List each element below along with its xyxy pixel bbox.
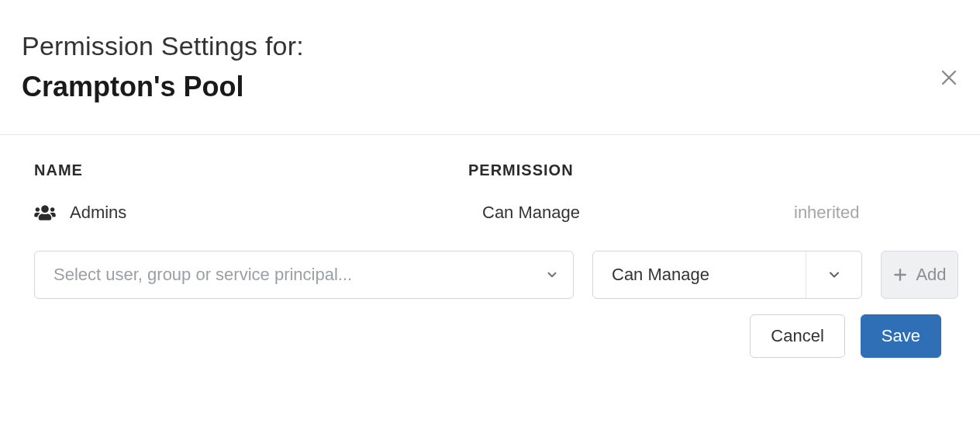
principal-name-cell: Admins xyxy=(34,203,468,223)
column-header-permission: PERMISSION xyxy=(468,161,794,179)
header-title: Crampton's Pool xyxy=(22,71,958,103)
column-header-name: NAME xyxy=(34,161,468,179)
permission-value-cell: Can Manage xyxy=(468,203,794,223)
permission-flag-cell: inherited xyxy=(794,203,958,223)
header-pre-text: Permission Settings for: xyxy=(22,31,958,61)
add-permission-row: Select user, group or service principal.… xyxy=(34,251,958,299)
close-icon xyxy=(940,68,958,87)
principal-name-text: Admins xyxy=(70,203,126,223)
table-row: Admins Can Manage inherited xyxy=(34,203,958,223)
permissions-table: NAME PERMISSION Admins Can Manage inheri… xyxy=(34,161,958,299)
add-button[interactable]: Add xyxy=(881,251,958,299)
table-header-row: NAME PERMISSION xyxy=(34,161,958,179)
permission-dropdown[interactable]: Can Manage xyxy=(592,251,862,299)
chevron-down-icon xyxy=(545,268,559,282)
modal-body: NAME PERMISSION Admins Can Manage inheri… xyxy=(0,135,980,373)
plus-icon xyxy=(892,267,908,283)
group-icon xyxy=(34,204,56,221)
close-button[interactable] xyxy=(937,65,961,90)
principal-select[interactable]: Select user, group or service principal.… xyxy=(34,251,574,299)
permission-dropdown-label: Can Manage xyxy=(612,265,709,285)
modal-header: Permission Settings for: Crampton's Pool xyxy=(0,0,980,135)
principal-select-placeholder: Select user, group or service principal.… xyxy=(53,265,352,285)
add-button-label: Add xyxy=(916,265,946,285)
chevron-down-icon xyxy=(806,251,861,298)
permission-settings-modal: Permission Settings for: Crampton's Pool… xyxy=(0,0,980,430)
modal-footer: Cancel Save xyxy=(34,299,958,358)
cancel-button[interactable]: Cancel xyxy=(750,314,844,358)
save-button[interactable]: Save xyxy=(861,314,941,358)
